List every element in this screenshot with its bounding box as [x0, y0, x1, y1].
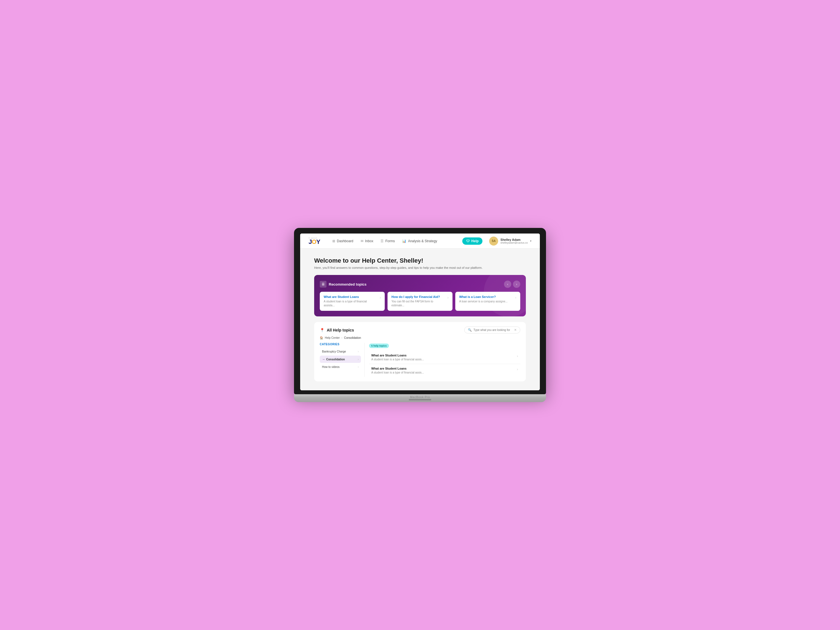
main-content: Welcome to our Help Center, Shelley! Her… [300, 249, 540, 390]
categories-label: Categories [320, 343, 361, 346]
topic-item-content-1: What are Student Loans A student loan is… [371, 367, 517, 374]
topic-cards: What are Student Loans A student loan is… [320, 292, 520, 311]
topics-count-badge: 5 help topics [369, 344, 389, 348]
category-bankruptcy-arrow-icon: › [358, 350, 359, 353]
dashboard-icon: ⊞ [332, 239, 335, 243]
categories-layout: Categories Bankruptcy Charge › → Consoli… [320, 343, 520, 377]
avatar: SA [489, 237, 498, 246]
topic-item-title-0: What are Student Loans [371, 354, 517, 357]
prev-arrow-button[interactable]: ‹ [504, 281, 511, 288]
recommended-section: ☰ Recommended topics ‹ › What [314, 275, 526, 316]
next-arrow-button[interactable]: › [513, 281, 520, 288]
user-email: shelleyadam@cactus.co [501, 242, 528, 244]
rec-title: ☰ Recommended topics [320, 281, 366, 287]
search-clear-icon[interactable]: ✕ [514, 328, 516, 332]
screen-inner: ✏ pencil JOY ⊞ Dashboard ✉ Inbox [300, 234, 540, 390]
topic-card-0[interactable]: What are Student Loans A student loan is… [320, 292, 385, 311]
breadcrumb: 🏠 Help Center › Consolidation [320, 336, 520, 339]
app: ✏ pencil JOY ⊞ Dashboard ✉ Inbox [300, 234, 540, 390]
topic-item-arrow-0: › [517, 354, 518, 358]
topic-item-title-1: What are Student Loans [371, 367, 517, 370]
help-topics-title: 📍 All Help topics [320, 328, 354, 332]
category-item-how-to-videos[interactable]: How to videos › [320, 363, 361, 370]
topic-card-desc-0: A student loan is a type of financial as… [324, 300, 377, 308]
navbar: ✏ pencil JOY ⊞ Dashboard ✉ Inbox [300, 234, 540, 249]
help-icon: 🛡 [466, 239, 470, 243]
topic-card-content-0: What are Student Loans A student loan is… [324, 295, 377, 308]
category-item-consolidation[interactable]: → Consolidation › [320, 355, 361, 363]
category-consolidation-arrow-icon: › [358, 358, 359, 361]
macbook-label: MacBook Pro [410, 396, 430, 399]
topic-card-arrow-2: › [515, 296, 516, 300]
nav-forms-label: Forms [385, 239, 395, 243]
user-area[interactable]: SA Shelley Adam shelleyadam@cactus.co ▾ [489, 237, 531, 246]
user-info: Shelley Adam shelleyadam@cactus.co [501, 238, 528, 244]
topic-card-1[interactable]: How do I apply for Financial Aid? You ca… [387, 292, 453, 311]
category-how-to-arrow-icon: › [358, 365, 359, 368]
analysis-icon: 📊 [402, 239, 406, 243]
category-bankruptcy-label: Bankruptcy Charge [322, 350, 346, 353]
nav-items: ⊞ Dashboard ✉ Inbox ☰ Forms 📊 [330, 237, 456, 245]
welcome-subtitle: Here, you'll find answers to common ques… [314, 266, 526, 269]
nav-item-forms[interactable]: ☰ Forms [378, 237, 398, 245]
topic-item-0[interactable]: What are Student Loans A student loan is… [369, 351, 520, 364]
topic-card-title-1: How do I apply for Financial Aid? [392, 295, 445, 298]
topics-list: 5 help topics What are Student Loans A s… [365, 343, 520, 377]
topic-item-arrow-1: › [517, 367, 518, 371]
help-topics-icon: 📍 [320, 328, 325, 332]
topic-card-content-1: How do I apply for Financial Aid? You ca… [392, 295, 445, 308]
nav-arrows: ‹ › [504, 281, 520, 288]
laptop-base: MacBook Pro [294, 394, 546, 402]
rec-header: ☰ Recommended topics ‹ › [320, 281, 520, 288]
help-topics-section: 📍 All Help topics 🔍 ✕ 🏠 [314, 322, 526, 381]
logo-text: JOY [309, 239, 320, 245]
forms-icon: ☰ [381, 239, 384, 243]
breadcrumb-current: Consolidation [344, 336, 361, 339]
topic-card-arrow-0: › [380, 296, 381, 300]
nav-item-inbox[interactable]: ✉ Inbox [358, 237, 376, 245]
topic-card-2[interactable]: What is a Loan Servicer? A loan servicer… [455, 292, 520, 311]
topic-item-content-0: What are Student Loans A student loan is… [371, 354, 517, 361]
welcome-title: Welcome to our Help Center, Shelley! [314, 257, 526, 264]
rec-icon: ☰ [320, 281, 327, 287]
laptop-wrapper: ✏ pencil JOY ⊞ Dashboard ✉ Inbox [294, 228, 546, 402]
topic-card-title-2: What is a Loan Servicer? [459, 295, 513, 298]
help-label: Help [471, 239, 478, 243]
topic-card-desc-2: A loan servicer is a company assigne... [459, 300, 513, 303]
laptop-screen-frame: ✏ pencil JOY ⊞ Dashboard ✉ Inbox [294, 228, 546, 394]
topic-card-content-2: What is a Loan Servicer? A loan servicer… [459, 295, 513, 303]
nav-inbox-label: Inbox [365, 239, 373, 243]
category-item-bankruptcy[interactable]: Bankruptcy Charge › [320, 348, 361, 355]
search-icon: 🔍 [468, 328, 472, 332]
category-consolidation-active-icon: → [322, 358, 325, 361]
topic-card-arrow-1: › [447, 296, 448, 300]
search-input[interactable] [474, 328, 512, 332]
search-bar: 🔍 ✕ [464, 327, 520, 333]
nav-item-dashboard[interactable]: ⊞ Dashboard [330, 237, 356, 245]
help-button[interactable]: 🛡 Help [462, 237, 482, 245]
user-name: Shelley Adam [501, 238, 528, 242]
category-how-to-label: How to videos [322, 365, 339, 368]
category-consolidation-label: Consolidation [326, 358, 358, 361]
user-chevron-down-icon: ▾ [530, 239, 531, 243]
logo: ✏ pencil JOY [309, 237, 320, 245]
nav-dashboard-label: Dashboard [337, 239, 354, 243]
inbox-icon: ✉ [361, 239, 363, 243]
breadcrumb-home-icon: 🏠 [320, 336, 323, 339]
topic-item-desc-0: A student loan is a type of financial as… [371, 358, 517, 361]
topic-item-desc-1: A student loan is a type of financial as… [371, 371, 517, 374]
breadcrumb-separator: › [341, 336, 342, 339]
breadcrumb-home[interactable]: Help Center [325, 336, 339, 339]
categories-panel: Categories Bankruptcy Charge › → Consoli… [320, 343, 365, 377]
help-topics-header: 📍 All Help topics 🔍 ✕ [320, 327, 520, 333]
nav-item-analysis[interactable]: 📊 Analysis & Strategy [399, 237, 440, 245]
nav-analysis-label: Analysis & Strategy [408, 239, 437, 243]
topic-card-title-0: What are Student Loans [324, 295, 377, 298]
topic-item-1[interactable]: What are Student Loans A student loan is… [369, 364, 520, 377]
topic-card-desc-1: You can fill out the FAFSA form to estim… [392, 300, 445, 308]
